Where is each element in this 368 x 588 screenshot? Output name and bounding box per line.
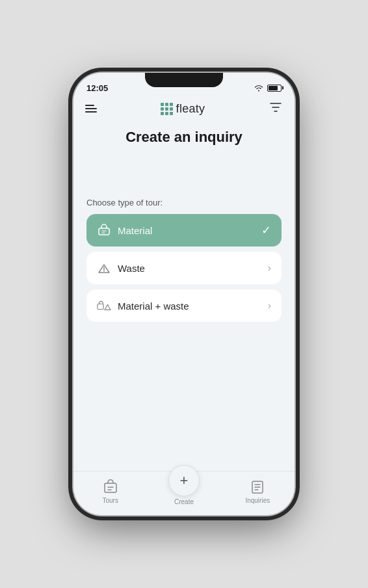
material-label: Material	[118, 225, 152, 236]
chevron-right-icon: ›	[268, 262, 271, 274]
svg-rect-1	[98, 304, 103, 309]
nav-item-create[interactable]: + Create	[147, 478, 220, 505]
bottom-nav: Tours + Create Inquiries	[73, 471, 295, 515]
battery-icon	[267, 85, 282, 92]
logo-text: fleaty	[176, 102, 205, 116]
svg-rect-2	[105, 483, 116, 492]
hamburger-menu-icon[interactable]	[85, 105, 97, 113]
main-content: Create an inquiry Choose type of tour: M…	[73, 121, 295, 471]
nav-item-inquiries[interactable]: Inquiries	[221, 479, 295, 504]
logo: fleaty	[161, 102, 205, 116]
filter-icon[interactable]	[269, 100, 283, 117]
tours-nav-icon	[103, 479, 118, 495]
tour-options-list: Material ✓ Waste ›	[86, 214, 282, 322]
svg-rect-0	[99, 228, 109, 235]
tour-option-waste[interactable]: Waste ›	[86, 252, 282, 284]
material-icon	[97, 223, 111, 237]
tours-nav-label: Tours	[102, 497, 118, 504]
section-label: Choose type of tour:	[86, 198, 282, 207]
header: fleaty	[73, 96, 295, 121]
check-icon: ✓	[261, 223, 271, 237]
status-icons	[254, 84, 282, 92]
status-time: 12:05	[86, 83, 108, 93]
waste-label: Waste	[118, 263, 145, 274]
inquiries-nav-label: Inquiries	[245, 497, 270, 504]
chevron-right-icon-2: ›	[268, 300, 271, 312]
inquiries-nav-icon	[250, 479, 265, 495]
material-waste-icon	[97, 299, 111, 313]
tour-option-material-waste[interactable]: Material + waste ›	[86, 289, 282, 322]
material-waste-label: Material + waste	[118, 301, 189, 312]
notch	[145, 73, 223, 87]
plus-icon: +	[180, 474, 189, 488]
phone-frame: 12:05 fleaty	[73, 73, 295, 515]
create-button[interactable]: +	[168, 465, 200, 496]
logo-grid-icon	[161, 103, 173, 115]
waste-icon	[97, 261, 111, 275]
nav-item-tours[interactable]: Tours	[73, 479, 147, 504]
create-nav-label: Create	[174, 498, 194, 505]
tour-option-material[interactable]: Material ✓	[86, 214, 282, 247]
page-title: Create an inquiry	[86, 129, 282, 146]
wifi-icon	[254, 84, 264, 92]
